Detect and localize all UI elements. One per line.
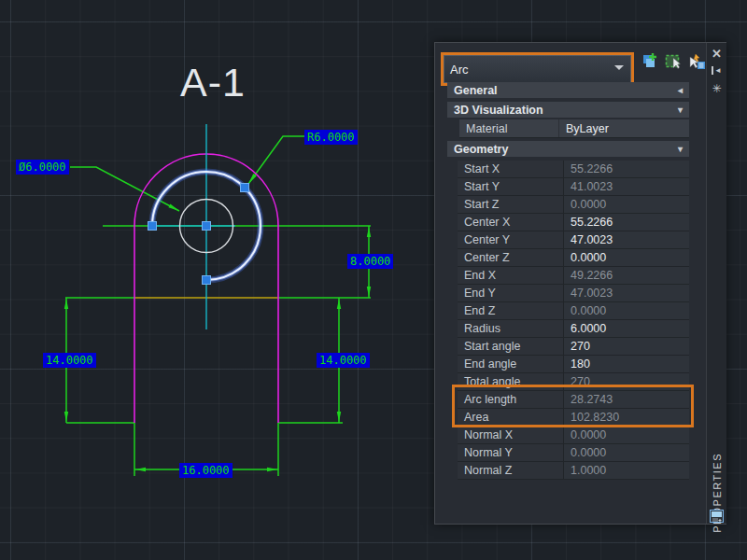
property-value: 270 [564,373,689,390]
property-value: 0.0000 [564,196,689,213]
dimension-lines[interactable] [65,136,371,476]
palette-title[interactable]: PROPERTIES [707,439,726,546]
property-value: 1.0000 [564,462,689,479]
properties-palette: Arc [434,42,726,525]
close-icon: ✕ [712,47,722,61]
object-type-dropdown[interactable]: Arc [444,55,631,83]
property-label: Center Z [458,249,564,266]
property-value: 47.0023 [564,285,689,301]
expand-arrow-icon[interactable]: ▾ [678,105,683,115]
property-row-center-z: Center Z0.0000 [458,249,689,267]
section-label: 3D Visualization [454,104,543,117]
collapse-arrow-icon[interactable]: ◂ [678,85,683,95]
property-row-end-angle: End angle180 [458,356,689,373]
property-label: Normal Y [458,444,564,461]
auto-hide-icon [712,66,713,75]
property-label: Radius [458,320,564,337]
property-row-normal-x: Normal X0.0000 [458,427,689,444]
dim-label-offset-top[interactable]: 8.0000 [347,254,393,269]
property-label: Center X [458,214,564,231]
property-value: 41.0023 [564,178,689,195]
property-label: Center Y [458,231,564,248]
section-label: General [454,84,498,97]
property-row-area: Area102.8230 [458,409,689,427]
grip-arc-start[interactable] [203,276,211,285]
object-type-value: Arc [450,63,469,77]
property-label: End angle [458,356,564,372]
view-title: A-1 [174,60,252,105]
property-value[interactable]: 270 [564,338,689,355]
property-label: Normal Z [458,462,564,479]
object-type-highlight-box: Arc [441,52,634,86]
property-row-end-z: End Z0.0000 [458,302,689,320]
property-row-center-y: Center Y47.0023 [458,231,689,249]
property-value: 55.2266 [564,161,689,177]
property-value: 0.0000 [564,302,689,319]
property-row-total-angle: Total angle270 [458,373,689,391]
grip-center[interactable] [203,222,211,231]
property-value[interactable]: ByLayer [559,119,689,137]
pickadd-toggle-button[interactable] [641,51,659,70]
section-header-3d-visualization[interactable]: 3D Visualization ▾ [447,102,689,118]
chevron-down-icon [614,65,624,70]
dim-label-diameter[interactable]: Ø6.0000 [16,160,69,175]
property-value: 0.0000 [564,427,689,443]
property-label: End Z [458,302,564,319]
grip-arc-end[interactable] [148,222,157,231]
section-header-general[interactable]: General ◂ [447,82,689,98]
property-label: Start Z [458,196,564,213]
gear-icon: ✳ [712,82,721,95]
quick-select-button[interactable] [687,51,706,70]
property-value[interactable]: 55.2266 [564,214,689,231]
property-value: 49.2266 [564,267,689,284]
section-header-geometry[interactable]: Geometry ▾ [447,141,689,157]
autocad-workspace: A-1 Ø6.0000 R6.0000 8.0000 14.0000 14.00… [0,0,747,560]
property-label: Arc length [458,391,564,408]
expand-arrow-icon[interactable]: ▾ [678,144,683,154]
dim-label-height-left[interactable]: 14.0000 [43,353,96,368]
geometry-rows: Start X55.2266Start Y41.0023Start Z0.000… [458,161,689,480]
property-label: Start Y [458,178,564,195]
property-value[interactable]: 47.0023 [564,231,689,248]
property-label: Total angle [458,373,564,390]
property-row-end-x: End X49.2266 [458,267,689,285]
auto-hide-button[interactable]: ◄ [707,62,726,78]
palette-title-bar: ✕ ◄ ✳ PROPERTIES [706,43,726,524]
property-row-material: Material ByLayer [459,119,689,138]
property-label: Normal X [458,427,564,443]
property-label: Start X [458,161,564,177]
property-label: End Y [458,285,564,301]
properties-palette-icon[interactable] [710,510,724,523]
property-row-start-angle: Start angle270 [458,338,689,356]
grip-arc-mid[interactable] [241,184,249,192]
property-row-end-y: End Y47.0023 [458,285,689,302]
properties-palette-body: Arc [435,43,706,524]
property-row-start-x: Start X55.2266 [458,161,689,178]
property-value: 28.2743 [564,391,689,408]
property-label: Material [459,119,559,137]
property-label: Area [458,409,564,426]
settings-button[interactable]: ✳ [707,80,726,97]
property-value[interactable]: 0.0000 [564,249,689,266]
property-row-radius: Radius6.0000 [458,320,689,338]
property-label: Start angle [458,338,564,355]
section-label: Geometry [454,143,508,156]
property-value: 102.8230 [564,409,689,426]
select-objects-button[interactable] [664,51,683,70]
property-value[interactable]: 180 [564,356,689,372]
dim-label-width-bottom[interactable]: 16.0000 [179,463,233,478]
dim-label-radius[interactable]: R6.0000 [304,130,358,145]
property-value: 0.0000 [564,444,689,461]
property-row-arc-length: Arc length28.2743 [458,391,689,409]
property-row-normal-y: Normal Y0.0000 [458,444,689,462]
property-row-start-y: Start Y41.0023 [458,178,689,196]
property-row-normal-z: Normal Z1.0000 [458,462,689,480]
dim-label-height-right[interactable]: 14.0000 [317,353,370,368]
property-label: End X [458,267,564,284]
property-row-center-x: Center X55.2266 [458,214,689,231]
close-button[interactable]: ✕ [707,45,726,62]
property-row-start-z: Start Z0.0000 [458,196,689,214]
property-value[interactable]: 6.0000 [564,320,689,337]
dimension-arrowheads [64,174,371,471]
